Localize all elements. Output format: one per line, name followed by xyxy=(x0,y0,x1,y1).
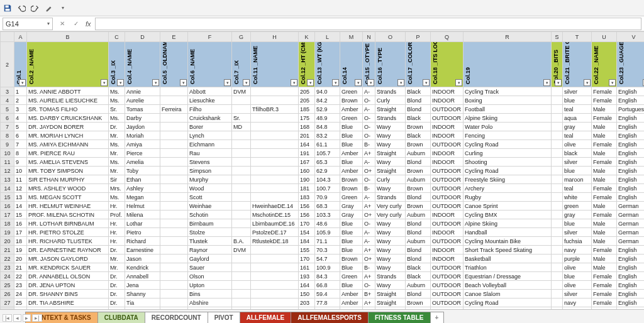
formula-input[interactable] xyxy=(95,18,641,30)
chevron-down-icon[interactable]: ▾ xyxy=(47,21,50,26)
quick-access-toolbar: ▾ xyxy=(0,0,644,16)
svg-rect-0 xyxy=(6,5,9,8)
cancel-formula-icon[interactable]: ✕ xyxy=(57,20,68,27)
accept-formula-icon[interactable]: ✓ xyxy=(70,20,82,27)
name-box[interactable]: G14 ▾ xyxy=(3,18,53,30)
formula-bar: G14 ▾ ✕ ✓ fx xyxy=(0,16,644,31)
brush-icon[interactable] xyxy=(44,3,54,13)
save-icon[interactable] xyxy=(3,3,13,13)
svg-rect-1 xyxy=(6,8,10,11)
redo-icon[interactable] xyxy=(30,3,40,13)
fx-icon[interactable]: fx xyxy=(86,20,91,28)
customize-qat-icon[interactable]: ▾ xyxy=(58,3,68,13)
undo-icon[interactable] xyxy=(16,3,26,13)
name-box-value: G14 xyxy=(6,20,19,28)
